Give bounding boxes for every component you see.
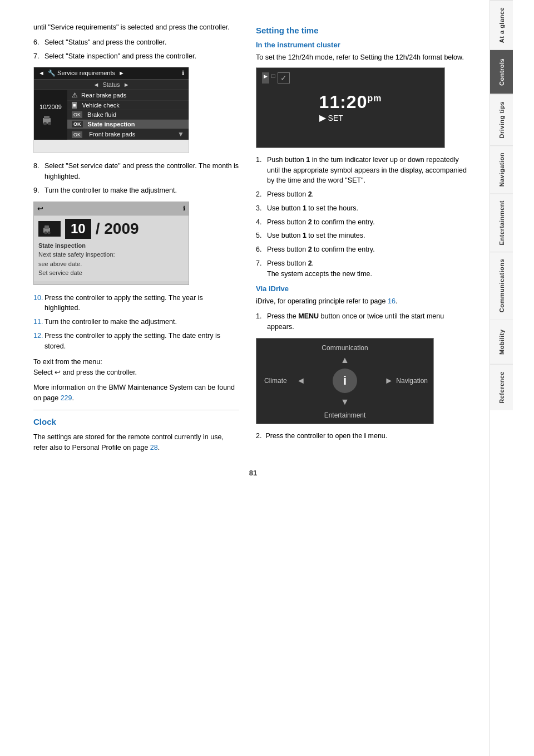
two-column-layout: until "Service requirements" is selected… <box>33 22 473 458</box>
step-number: 9. <box>33 185 39 196</box>
list-item: 7. Press button 2.The system accepts the… <box>256 258 467 279</box>
clock-page-link[interactable]: 28 <box>150 444 158 451</box>
menu-center-i: i <box>333 369 357 393</box>
sidebar-tab-controls[interactable]: Controls <box>490 50 513 94</box>
instrument-cluster-display: ▶ □ ✓ 11:20pm ▶ SET <box>256 67 445 148</box>
state-inspection-display: ↩ ℹ <box>33 202 189 285</box>
list-item: 9. Turn the controller to make the adjus… <box>33 185 239 196</box>
step-number: 2. <box>256 189 261 200</box>
sidebar-tab-communications[interactable]: Communications <box>490 252 513 319</box>
service-row-5: OK Front brake pads ▼ <box>67 129 189 140</box>
exit-text: To exit from the menu:Select ↩ and press… <box>33 357 239 378</box>
cluster-set-label: SET <box>328 114 343 122</box>
ok-icon: OK <box>72 121 83 127</box>
steps-list-2: 8. Select "Set service date" and press t… <box>33 161 239 195</box>
menu-down-arrow: ▼ <box>340 397 349 407</box>
sidebar-tab-navigation[interactable]: Navigation <box>490 145 513 193</box>
right-column: Setting the time In the instrument clust… <box>256 22 467 458</box>
list-item: 11. Turn the controller to make the adju… <box>33 317 239 327</box>
step-number: 8. <box>33 161 39 171</box>
info-icon: ℹ <box>183 205 185 212</box>
svg-point-2 <box>43 122 47 125</box>
si-content: 10 / 2009 State inspection Next state sa… <box>34 215 189 281</box>
svg-point-3 <box>48 122 51 125</box>
via-idrive-page-link[interactable]: 16 <box>388 297 395 305</box>
scroll-indicator: ▼ <box>177 130 184 138</box>
ok-icon: OK <box>72 131 82 138</box>
ok-icon: OK <box>72 111 82 118</box>
service-row-text: Brake fluid <box>86 111 116 118</box>
menu-right-arrow: ► <box>384 376 393 386</box>
service-req-subheader: ◄ Status ► <box>34 80 189 90</box>
service-row-1: ⚠ Rear brake pads <box>67 90 189 101</box>
service-icon <box>42 112 60 127</box>
service-row-text: Rear brake pads <box>81 92 126 99</box>
cluster-icons: ▶ □ ✓ <box>262 72 290 84</box>
sidebar-tab-at-a-glance[interactable]: At a glance <box>490 0 513 50</box>
service-row-text: Vehicle check <box>80 102 119 109</box>
right-sidebar: At a glance Controls Driving tips Naviga… <box>490 0 513 756</box>
si-header: ↩ ℹ <box>34 202 189 215</box>
cluster-set: ▶ SET <box>319 112 382 123</box>
idrive-menu-display: Communication ▲ Climate ◄ i ► Navigation… <box>256 338 434 424</box>
list-item: 3. Use button 1 to set the hours. <box>256 203 467 214</box>
si-line-1: Next state safety inspection: <box>38 250 184 259</box>
service-row-left: OK Front brake pads <box>72 131 135 138</box>
svg-point-7 <box>48 231 51 234</box>
si-month: 10 <box>65 219 91 239</box>
step-number: 11. <box>33 317 43 327</box>
service-requirements-display: ◄ 🔧 Service requirements ► ℹ ◄ Status ► … <box>33 67 189 153</box>
idrive-step2-text: 2. Press the controller to open the i me… <box>256 431 467 441</box>
menu-communication: Communication <box>322 344 368 352</box>
svg-rect-1 <box>44 116 50 119</box>
left-column: until "Service requirements" is selected… <box>33 22 239 458</box>
step-number: 4. <box>256 217 261 228</box>
cluster-time: 11:20pm <box>319 92 382 112</box>
service-rows: ⚠ Rear brake pads ■ Vehicle check OK Bra <box>67 90 189 140</box>
step-number: 1. <box>256 311 261 322</box>
list-item: 1. Push button 1 in the turn indicator l… <box>256 155 467 186</box>
step-number: 7. <box>33 51 39 62</box>
si-line-2: see above date. <box>38 259 184 269</box>
service-date: 10/2009 <box>34 90 67 140</box>
via-idrive-heading: Via iDrive <box>256 284 467 293</box>
list-item: 5. Use button 1 to set the minutes. <box>256 230 467 241</box>
step-number: 5. <box>256 230 261 241</box>
sidebar-tab-mobility[interactable]: Mobility <box>490 320 513 364</box>
step-number: 7. <box>256 258 261 269</box>
more-info-page-link[interactable]: 229 <box>61 394 72 402</box>
list-item: 6. Select "Status" and press the control… <box>33 37 239 48</box>
via-idrive-intro: iDrive, for operating principle refer to… <box>256 296 467 307</box>
service-req-header: ◄ 🔧 Service requirements ► ℹ <box>34 67 189 80</box>
warning-icon: ⚠ <box>72 91 78 99</box>
svg-rect-5 <box>44 225 49 229</box>
si-label: State inspection <box>38 241 184 251</box>
list-item: 7. Select "State inspection" and press t… <box>33 51 239 62</box>
si-date-icon <box>38 221 61 237</box>
si-text-block: State inspection Next state safety inspe… <box>38 241 184 278</box>
list-item: 4. Press button 2 to confirm the entry. <box>256 217 467 228</box>
step-number: 10. <box>33 293 43 303</box>
service-row-text: Front brake pads <box>87 131 135 138</box>
list-item: 10. Press the controller to apply the se… <box>33 293 239 314</box>
step-num-2: 2. <box>256 432 261 440</box>
cluster-icon-1: ▶ <box>262 72 269 84</box>
more-info-text: More information on the BMW Maintenance … <box>33 382 239 404</box>
service-req-inner: ◄ 🔧 Service requirements ► ℹ ◄ Status ► … <box>34 67 189 140</box>
cluster-set-arrow: ▶ <box>319 112 326 123</box>
step-number: 3. <box>256 203 261 214</box>
sidebar-tab-reference[interactable]: Reference <box>490 364 513 410</box>
list-item: 8. Select "Set service date" and press t… <box>33 161 239 182</box>
service-row-text: State inspection <box>86 121 135 127</box>
step-number: 6. <box>33 37 39 48</box>
cluster-intro-text: To set the 12h/24h mode, refer to Settin… <box>256 52 467 63</box>
si-date-row: 10 / 2009 <box>38 219 184 239</box>
check-icon: ■ <box>72 102 77 109</box>
instrument-cluster-heading: In the instrument cluster <box>256 41 467 49</box>
cluster-icon-2: □ <box>271 72 275 84</box>
service-req-title: ◄ 🔧 Service requirements ► <box>38 70 125 77</box>
sidebar-tab-entertainment[interactable]: Entertainment <box>490 193 513 252</box>
sidebar-tab-driving-tips[interactable]: Driving tips <box>490 94 513 145</box>
service-date-value: 10/2009 <box>39 104 62 110</box>
menu-climate: Climate <box>264 377 287 385</box>
